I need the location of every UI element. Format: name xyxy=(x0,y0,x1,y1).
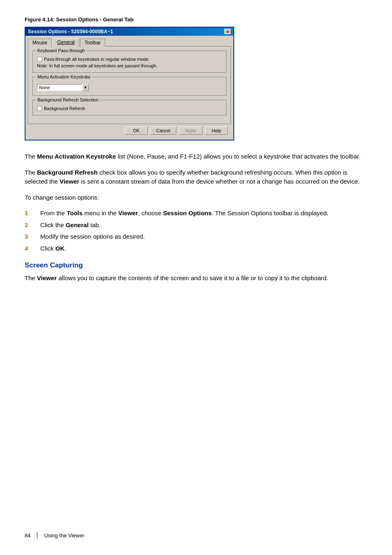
page-number: 84 xyxy=(25,532,30,539)
step-3-text: Modify the session options as desired. xyxy=(40,232,145,242)
background-group-legend: Background Refresh Selection xyxy=(36,97,100,102)
section-bold: Viewer xyxy=(37,274,57,281)
dialog-close-button[interactable]: × xyxy=(224,29,231,35)
figure-caption: Figure 4.14: Session Options - General T… xyxy=(25,16,367,23)
tab-toolbar[interactable]: Toolbar xyxy=(80,39,105,46)
list-item: 4 Click OK. xyxy=(25,244,367,253)
para1-rest: list (None, Pause, and F1-F12) allows yo… xyxy=(116,153,360,160)
tab-bar: Mouse General Toolbar xyxy=(28,38,231,46)
step-num-2: 2 xyxy=(25,221,32,230)
menu-select-arrow[interactable]: ▼ xyxy=(82,84,89,91)
background-refresh-checkbox-row: Background Refresh xyxy=(37,106,222,111)
help-button[interactable]: Help xyxy=(205,127,228,135)
keyboard-group-content: Pass-through all keystrokes in regular w… xyxy=(37,57,222,68)
step-1-text: From the Tools menu in the Viewer, choos… xyxy=(40,209,328,218)
cancel-button[interactable]: Cancel xyxy=(150,127,176,135)
dialog-buttons: OK Cancel Apply Help xyxy=(28,124,231,137)
background-refresh-checkbox[interactable] xyxy=(37,106,42,111)
passthrough-checkbox[interactable] xyxy=(37,57,42,62)
background-refresh-group: Background Refresh Selection Background … xyxy=(32,100,226,115)
para2-end: is sent a constant stream of data from t… xyxy=(79,178,360,185)
section-para-start: The xyxy=(25,274,37,281)
dialog-titlebar: Session Options - 520394-0000BA~1 × xyxy=(25,28,233,36)
ok-button[interactable]: OK xyxy=(125,127,148,135)
menu-select-value: None xyxy=(39,85,50,90)
dialog-title: Session Options - 520394-0000BA~1 xyxy=(28,29,113,35)
paragraph-1: The Menu Activation Keystroke list (None… xyxy=(25,152,367,161)
menu-group-legend: Menu Activation Keystroke xyxy=(36,74,92,79)
menu-dropdown-row: None ▼ xyxy=(37,84,222,91)
paragraph-3: To change session options: xyxy=(25,193,367,203)
tab-mouse[interactable]: Mouse xyxy=(28,39,52,46)
keyboard-group-legend: Keyboard Pass-through xyxy=(36,48,86,53)
passthrough-note: Note: In full screen mode all keystrokes… xyxy=(37,63,222,68)
list-item: 1 From the Tools menu in the Viewer, cho… xyxy=(25,209,367,218)
step-2-text: Click the General tab. xyxy=(40,221,101,230)
step-num-4: 4 xyxy=(25,244,32,253)
section-paragraph: The Viewer allows you to capture the con… xyxy=(25,274,367,283)
para1-bold: Menu Activation Keystroke xyxy=(37,153,116,160)
para1-text: The xyxy=(25,153,37,160)
keyboard-passthrough-group: Keyboard Pass-through Pass-through all k… xyxy=(32,51,226,73)
step-num-1: 1 xyxy=(25,209,32,218)
para2-bold1: Background Refresh xyxy=(37,169,98,176)
dialog-body: Mouse General Toolbar Keyboard Pass-thro… xyxy=(25,36,233,140)
para2-bold2: Viewer xyxy=(60,178,79,185)
menu-group-content: None ▼ xyxy=(37,84,222,91)
session-options-dialog: Session Options - 520394-0000BA~1 × Mous… xyxy=(25,27,234,140)
section-heading: Screen Capturing xyxy=(25,261,367,269)
passthrough-checkbox-row: Pass-through all keystrokes in regular w… xyxy=(37,57,222,62)
footer-divider xyxy=(37,532,37,539)
passthrough-label: Pass-through all keystrokes in regular w… xyxy=(44,57,148,62)
step-4-text: Click OK. xyxy=(40,244,66,253)
background-group-content: Background Refresh xyxy=(37,106,222,111)
tab-general[interactable]: General xyxy=(53,38,79,46)
menu-activation-select[interactable]: None xyxy=(37,84,82,91)
section-para-end: allows you to capture the contents of th… xyxy=(57,274,328,281)
list-item: 2 Click the General tab. xyxy=(25,221,367,230)
footer-label: Using the Viewer xyxy=(44,532,84,539)
menu-activation-group: Menu Activation Keystroke None ▼ xyxy=(32,77,226,96)
steps-list: 1 From the Tools menu in the Viewer, cho… xyxy=(25,209,367,253)
paragraph-2: The Background Refresh check box allows … xyxy=(25,168,367,187)
background-refresh-label: Background Refresh xyxy=(44,106,85,111)
list-item: 3 Modify the session options as desired. xyxy=(25,232,367,242)
tab-content: Keyboard Pass-through Pass-through all k… xyxy=(28,46,231,124)
apply-button[interactable]: Apply xyxy=(179,127,203,135)
step-num-3: 3 xyxy=(25,232,32,242)
para2-start: The xyxy=(25,169,37,176)
page-footer: 84 Using the Viewer xyxy=(25,532,85,539)
